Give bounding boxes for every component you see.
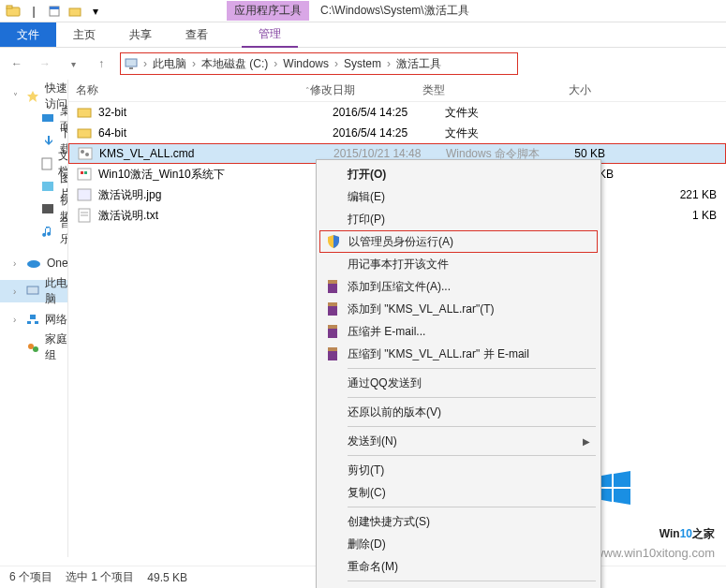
shortcut-icon bbox=[76, 166, 93, 183]
col-date[interactable]: 修改日期 bbox=[310, 82, 422, 98]
crumb-windows[interactable]: Windows bbox=[283, 57, 329, 70]
menu-rename[interactable]: 重命名(M) bbox=[319, 555, 598, 578]
svg-marker-7 bbox=[27, 91, 38, 102]
sidebar-label: OneDrive bbox=[47, 257, 68, 270]
menu-copy[interactable]: 复制(C) bbox=[319, 481, 598, 504]
menu-qq-send[interactable]: 通过QQ发送到 bbox=[319, 372, 598, 394]
crumb-system[interactable]: System bbox=[344, 57, 381, 70]
rar-icon bbox=[324, 323, 341, 340]
menu-label: 发送到(N) bbox=[348, 434, 397, 449]
menu-delete[interactable]: 删除(D) bbox=[319, 533, 598, 555]
svg-rect-21 bbox=[79, 148, 92, 159]
text-icon bbox=[76, 207, 93, 224]
quick-access-toolbar: | ▾ bbox=[4, 2, 105, 21]
menu-cut[interactable]: 剪切(T) bbox=[319, 459, 598, 481]
watermark-logo: Win10之家 bbox=[595, 469, 715, 546]
sidebar-documents[interactable]: 文档📌 bbox=[0, 153, 67, 175]
svg-rect-14 bbox=[30, 315, 36, 319]
svg-rect-9 bbox=[42, 158, 52, 169]
menu-add-archive[interactable]: 添加到压缩文件(A)... bbox=[319, 275, 598, 298]
rar-icon bbox=[324, 278, 341, 295]
menu-restore[interactable]: 还原以前的版本(V) bbox=[319, 401, 598, 423]
crumb-drive[interactable]: 本地磁盘 (C:) bbox=[201, 56, 268, 72]
nav-bar: ← → ▾ ↑ › 此电脑› 本地磁盘 (C:)› Windows› Syste… bbox=[0, 48, 726, 80]
window-title-path: C:\Windows\System\激活工具 bbox=[320, 3, 469, 19]
svg-rect-15 bbox=[27, 321, 31, 324]
rar-icon bbox=[324, 301, 341, 317]
sidebar-music[interactable]: 音乐 bbox=[0, 220, 67, 243]
menu-label: 以管理员身份运行(A) bbox=[348, 234, 453, 250]
tab-view[interactable]: 查看 bbox=[169, 22, 225, 48]
svg-rect-1 bbox=[7, 6, 12, 8]
tab-share[interactable]: 共享 bbox=[112, 22, 169, 48]
up-button[interactable]: ↑ bbox=[90, 52, 112, 75]
pc-icon bbox=[26, 286, 39, 297]
svg-rect-36 bbox=[328, 325, 337, 329]
tab-manage[interactable]: 管理 bbox=[242, 22, 298, 48]
menu-label: 压缩并 E-mail... bbox=[348, 324, 425, 340]
file-row-folder[interactable]: 64-bit 2016/5/4 14:25 文件夹 bbox=[68, 123, 726, 143]
menu-edit[interactable]: 编辑(E) bbox=[319, 185, 598, 208]
menu-open-notepad[interactable]: 用记事本打开该文件 bbox=[319, 253, 598, 275]
file-date: 2015/10/21 14:48 bbox=[333, 147, 446, 160]
col-size[interactable]: 大小 bbox=[526, 82, 591, 98]
title-bar: | ▾ 应用程序工具 C:\Windows\System\激活工具 bbox=[0, 0, 726, 22]
sidebar-network[interactable]: ›网络 bbox=[0, 308, 67, 331]
qat-dropdown-icon[interactable]: ▾ bbox=[86, 2, 105, 21]
svg-marker-42 bbox=[614, 489, 630, 505]
back-button[interactable]: ← bbox=[6, 52, 28, 75]
svg-rect-25 bbox=[81, 171, 83, 174]
svg-point-18 bbox=[33, 346, 38, 352]
recent-dropdown[interactable]: ▾ bbox=[62, 52, 84, 75]
address-bar[interactable]: › 此电脑› 本地磁盘 (C:)› Windows› System› 激活工具 bbox=[120, 52, 518, 75]
status-item-count: 6 个项目 bbox=[9, 569, 52, 585]
file-type: 文件夹 bbox=[445, 105, 548, 121]
col-name[interactable]: 名称˄ bbox=[76, 82, 310, 98]
svg-rect-19 bbox=[78, 109, 91, 117]
svg-rect-6 bbox=[129, 67, 133, 69]
col-type[interactable]: 类型 bbox=[422, 82, 526, 98]
svg-rect-4 bbox=[69, 8, 81, 16]
crumb-thispc[interactable]: 此电脑 bbox=[153, 56, 186, 72]
sidebar-quick-access[interactable]: ˅快速访问 bbox=[0, 85, 67, 108]
video-icon bbox=[41, 203, 54, 214]
svg-rect-8 bbox=[42, 114, 53, 122]
file-name: 64-bit bbox=[98, 126, 333, 140]
qat-properties-icon[interactable] bbox=[45, 2, 64, 21]
watermark-url: www.win10xitong.com bbox=[595, 546, 715, 560]
sidebar-thispc[interactable]: ›此电脑 bbox=[0, 280, 67, 302]
sidebar-videos[interactable]: 视频 bbox=[0, 198, 67, 220]
file-date: 2016/5/4 14:25 bbox=[333, 106, 445, 119]
sidebar-onedrive[interactable]: ›OneDrive bbox=[0, 252, 67, 274]
music-icon bbox=[41, 225, 54, 238]
folder-icon bbox=[4, 2, 22, 21]
file-size: 221 KB bbox=[660, 188, 726, 201]
file-tab[interactable]: 文件 bbox=[0, 22, 56, 47]
svg-rect-11 bbox=[42, 204, 53, 213]
sidebar-homegroup[interactable]: 家庭组 bbox=[0, 336, 67, 359]
qat-newfolder-icon[interactable] bbox=[66, 2, 84, 21]
thispc-icon bbox=[125, 58, 138, 69]
svg-marker-40 bbox=[614, 471, 630, 487]
menu-print[interactable]: 打印(P) bbox=[319, 208, 598, 230]
tab-home[interactable]: 主页 bbox=[56, 22, 112, 48]
qat-divider: | bbox=[24, 2, 43, 21]
menu-run-as-admin[interactable]: 以管理员身份运行(A) bbox=[319, 230, 598, 253]
file-name: Win10激活_Win10系统下 bbox=[98, 167, 333, 183]
menu-open[interactable]: 打开(O) bbox=[319, 163, 598, 185]
file-row-folder[interactable]: 32-bit 2016/5/4 14:25 文件夹 bbox=[68, 102, 726, 123]
menu-add-rar[interactable]: 添加到 "KMS_VL_ALL.rar"(T) bbox=[319, 298, 598, 320]
sidebar-label: 网络 bbox=[45, 312, 67, 328]
star-icon bbox=[26, 90, 39, 103]
menu-compress-email[interactable]: 压缩并 E-mail... bbox=[319, 320, 598, 343]
menu-send-to[interactable]: 发送到(N)▶ bbox=[319, 430, 598, 452]
file-date: 2016/5/4 14:25 bbox=[333, 126, 445, 140]
forward-button[interactable]: → bbox=[34, 52, 56, 75]
menu-shortcut[interactable]: 创建快捷方式(S) bbox=[319, 510, 598, 533]
crumb-folder[interactable]: 激活工具 bbox=[396, 56, 441, 72]
folder-icon bbox=[76, 104, 93, 121]
menu-compress-rar-email[interactable]: 压缩到 "KMS_VL_ALL.rar" 并 E-mail bbox=[319, 343, 598, 365]
menu-properties[interactable]: 属性(R) bbox=[319, 584, 598, 588]
sidebar-label: 此电脑 bbox=[45, 275, 67, 307]
svg-rect-10 bbox=[42, 182, 53, 191]
